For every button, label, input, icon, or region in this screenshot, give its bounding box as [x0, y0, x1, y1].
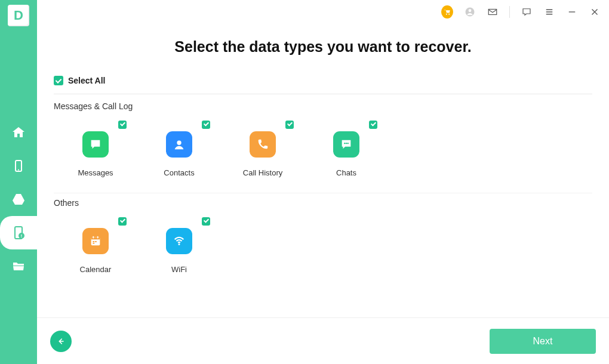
next-button[interactable]: Next [490, 329, 596, 354]
item-chats[interactable]: Chats [322, 121, 370, 177]
user-icon[interactable] [464, 6, 476, 18]
sidebar-item-folder[interactable] [0, 249, 37, 283]
item-checkbox[interactable] [369, 121, 377, 129]
app-logo: D [8, 5, 29, 26]
select-all-checkbox[interactable] [54, 76, 63, 85]
svg-rect-15 [97, 236, 99, 239]
sidebar-items: ! [0, 116, 37, 283]
item-label: Contacts [164, 168, 194, 177]
sidebar-item-phone[interactable] [0, 149, 37, 183]
svg-point-11 [347, 143, 349, 144]
close-icon[interactable] [589, 6, 601, 18]
sidebar-item-phone-alert[interactable]: ! [0, 216, 37, 249]
svg-rect-18 [93, 243, 94, 244]
svg-rect-17 [95, 241, 97, 242]
person-icon [166, 131, 192, 158]
section-title: Others [54, 198, 592, 208]
svg-rect-14 [93, 236, 94, 239]
minimize-icon[interactable] [566, 6, 578, 18]
item-callhistory[interactable]: Call History [239, 121, 287, 177]
titlebar-separator [509, 6, 510, 18]
svg-text:!: ! [21, 234, 22, 238]
main: Select the data types you want to recove… [37, 0, 609, 364]
calendar-icon [82, 228, 109, 254]
chat-dots-icon [333, 131, 359, 158]
svg-rect-16 [93, 241, 94, 242]
svg-rect-7 [488, 10, 497, 15]
item-contacts[interactable]: Contacts [155, 121, 203, 177]
item-label: Call History [243, 168, 282, 177]
svg-point-6 [469, 9, 472, 12]
mail-icon[interactable] [487, 6, 499, 18]
item-calendar[interactable]: Calendar [72, 217, 119, 274]
item-checkbox[interactable] [202, 121, 210, 129]
svg-point-8 [177, 141, 181, 145]
item-messages[interactable]: Messages [72, 121, 119, 177]
back-button[interactable] [50, 331, 72, 352]
section-title: Messages & Call Log [54, 101, 592, 111]
menu-icon[interactable] [543, 6, 555, 18]
comment-icon[interactable] [521, 6, 533, 18]
section-messages-calllog: Messages & Call Log Messages [54, 101, 592, 193]
item-wifi[interactable]: WiFi [155, 217, 203, 274]
item-label: Messages [78, 168, 113, 177]
section-others: Others Calendar WiFi [54, 198, 592, 289]
item-checkbox[interactable] [285, 121, 294, 129]
item-label: Chats [336, 168, 356, 177]
sidebar: D ! [0, 0, 37, 364]
item-label: Calendar [80, 265, 112, 274]
svg-rect-13 [91, 237, 100, 240]
select-all-label: Select All [68, 76, 106, 85]
item-label: WiFi [171, 265, 187, 274]
wifi-icon [166, 228, 192, 254]
svg-point-19 [179, 243, 180, 245]
phone-icon [250, 131, 276, 158]
page-title: Select the data types you want to recove… [54, 38, 592, 55]
svg-point-10 [346, 143, 347, 144]
sidebar-item-home[interactable] [0, 116, 37, 149]
item-checkbox[interactable] [118, 121, 127, 129]
item-checkbox[interactable] [202, 217, 210, 226]
cart-icon[interactable] [441, 6, 453, 18]
svg-point-1 [18, 169, 19, 171]
select-all-row[interactable]: Select All [54, 76, 592, 94]
sidebar-item-drive[interactable] [0, 183, 37, 216]
chat-bubble-icon [82, 131, 109, 158]
svg-point-9 [344, 143, 345, 144]
footer: Next [37, 317, 609, 364]
item-checkbox[interactable] [118, 217, 127, 226]
titlebar [37, 0, 609, 24]
content: Select the data types you want to recove… [37, 24, 609, 317]
